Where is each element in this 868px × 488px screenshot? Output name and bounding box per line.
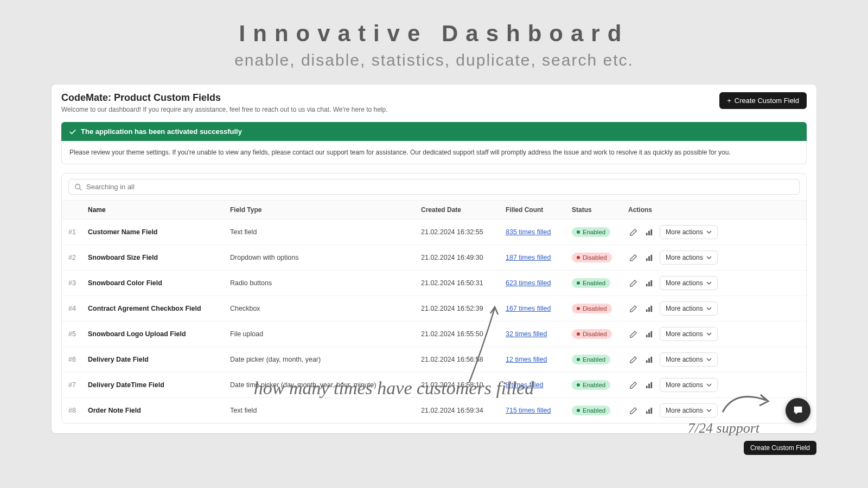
row-type: Date picker (day, month, year): [230, 356, 421, 363]
svg-rect-21: [648, 383, 650, 388]
edit-button[interactable]: [628, 406, 639, 416]
col-status: Status: [572, 206, 628, 214]
hero-title: Innovative Dashboard: [0, 21, 868, 47]
row-name: Snowboard Color Field: [88, 279, 230, 287]
create-button-label: Create Custom Field: [735, 97, 799, 105]
edit-button[interactable]: [628, 355, 639, 365]
chat-button[interactable]: [786, 398, 810, 423]
row-name: Delivery Date Field: [88, 356, 230, 363]
filled-count-link[interactable]: 32 times filled: [506, 330, 547, 338]
stats-button[interactable]: [644, 304, 654, 314]
row-name: Snowboard Size Field: [88, 254, 230, 261]
more-actions-button[interactable]: More actions: [660, 276, 718, 290]
svg-rect-8: [646, 284, 648, 286]
stats-button[interactable]: [644, 278, 654, 288]
row-date: 21.02.2024 16:52:39: [421, 305, 506, 312]
table-header: Name Field Type Created Date Filled Coun…: [62, 201, 806, 220]
pencil-icon: [629, 356, 637, 364]
edit-button[interactable]: [628, 380, 639, 390]
search-box[interactable]: [68, 179, 800, 195]
status-dot-icon: [577, 383, 580, 387]
chevron-down-icon: [706, 357, 712, 362]
hero-subtitle: enable, disable, statistics, duplicate, …: [0, 51, 868, 69]
col-name: Name: [88, 206, 230, 214]
chevron-down-icon: [706, 280, 712, 286]
filled-count-link[interactable]: 187 times filled: [506, 254, 551, 261]
row-type: Dropdown with options: [230, 254, 421, 261]
row-name: Customer Name Field: [88, 228, 230, 236]
stats-button[interactable]: [644, 227, 654, 237]
svg-rect-9: [648, 281, 650, 286]
create-custom-field-button[interactable]: + Create Custom Field: [719, 92, 807, 109]
table-row: #5 Snowboard Logo Upload Field File uplo…: [62, 322, 806, 347]
row-date: 21.02.2024 16:32:55: [421, 228, 506, 236]
edit-button[interactable]: [628, 329, 639, 339]
stats-button[interactable]: [644, 355, 654, 365]
status-badge: Enabled: [572, 278, 610, 288]
row-date: 21.02.2024 16:56:58: [421, 356, 506, 363]
svg-rect-12: [648, 307, 650, 311]
edit-button[interactable]: [628, 278, 639, 288]
search-icon: [74, 183, 82, 191]
stats-button[interactable]: [644, 406, 654, 416]
create-custom-field-button-footer[interactable]: Create Custom Field: [744, 441, 816, 455]
col-actions: Actions: [628, 206, 800, 214]
edit-button[interactable]: [628, 253, 639, 263]
chevron-down-icon: [706, 255, 712, 260]
annotation-filled: how many times have customers filled: [253, 376, 535, 400]
bar-chart-icon: [645, 330, 653, 338]
pencil-icon: [629, 381, 637, 389]
more-actions-button[interactable]: More actions: [660, 301, 718, 316]
bar-chart-icon: [645, 381, 653, 389]
status-dot-icon: [577, 230, 580, 234]
more-actions-button[interactable]: More actions: [660, 352, 718, 367]
row-index: #6: [68, 356, 88, 363]
row-type: Text field: [230, 228, 421, 236]
more-actions-button[interactable]: More actions: [660, 225, 718, 239]
plus-icon: +: [727, 97, 731, 105]
table-row: #1 Customer Name Field Text field 21.02.…: [62, 220, 806, 245]
row-index: #7: [68, 381, 88, 389]
filled-count-link[interactable]: 167 times filled: [506, 305, 551, 312]
more-actions-button[interactable]: More actions: [660, 378, 718, 392]
svg-rect-3: [648, 230, 650, 235]
pencil-icon: [629, 279, 637, 287]
status-badge: Enabled: [572, 380, 610, 390]
pencil-icon: [629, 330, 637, 338]
svg-rect-17: [646, 360, 648, 363]
svg-rect-20: [646, 386, 648, 388]
svg-rect-15: [648, 332, 650, 337]
filled-count-link[interactable]: 835 times filled: [506, 228, 551, 236]
row-date: 21.02.2024 16:55:50: [421, 330, 506, 338]
filled-count-link[interactable]: 715 times filled: [506, 407, 551, 414]
edit-button[interactable]: [628, 227, 639, 237]
svg-rect-18: [648, 358, 650, 362]
edit-button[interactable]: [628, 304, 639, 314]
row-type: Checkbox: [230, 305, 421, 312]
chevron-down-icon: [706, 331, 712, 337]
pencil-icon: [629, 228, 637, 236]
stats-button[interactable]: [644, 253, 654, 263]
row-date: 21.02.2024 16:59:34: [421, 407, 506, 414]
alert-success: The application has been activated succe…: [61, 122, 807, 141]
col-count: Filled Count: [506, 206, 572, 214]
row-index: #3: [68, 279, 88, 287]
more-actions-button[interactable]: More actions: [660, 327, 718, 341]
chevron-down-icon: [706, 306, 712, 311]
welcome-text: Welcome to our dashboard! If you require…: [61, 106, 388, 113]
status-dot-icon: [577, 256, 580, 259]
row-name: Order Note Field: [88, 407, 230, 414]
table-row: #4 Contract Agrement Checkbox Field Chec…: [62, 296, 806, 322]
more-actions-button[interactable]: More actions: [660, 251, 718, 265]
stats-button[interactable]: [644, 329, 654, 339]
table-row: #3 Snowboard Color Field Radio buttons 2…: [62, 271, 806, 296]
check-icon: [69, 128, 76, 136]
row-index: #1: [68, 228, 88, 236]
filled-count-link[interactable]: 623 times filled: [506, 279, 551, 287]
bar-chart-icon: [645, 279, 653, 287]
search-input[interactable]: [86, 183, 794, 191]
filled-count-link[interactable]: 12 times filled: [506, 356, 547, 363]
stats-button[interactable]: [644, 380, 654, 390]
chat-icon: [792, 404, 804, 416]
more-actions-button[interactable]: More actions: [660, 403, 718, 418]
